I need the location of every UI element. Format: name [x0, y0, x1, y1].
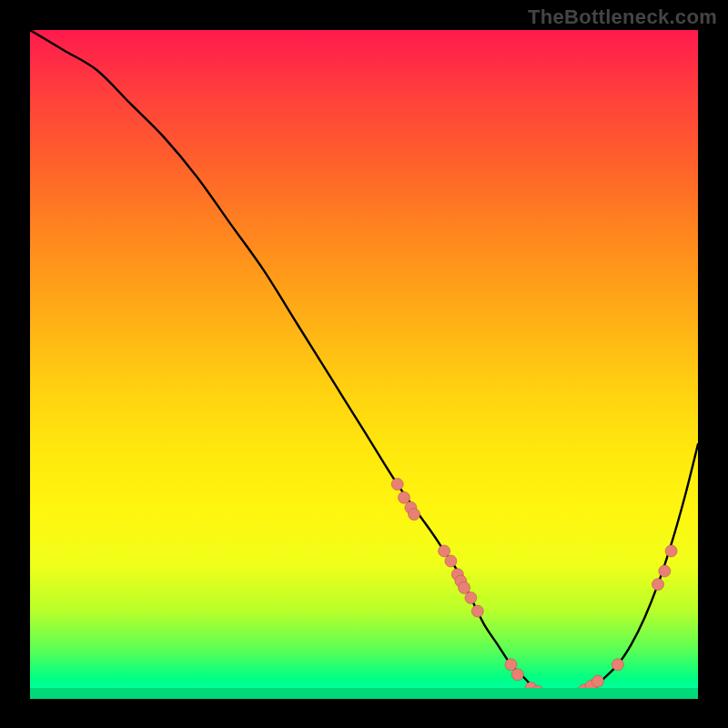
- curve-marker: [409, 509, 420, 521]
- curve-marker: [652, 579, 664, 591]
- watermark-label: TheBottleneck.com: [528, 5, 717, 29]
- curve-marker: [471, 605, 483, 617]
- curve-svg: [30, 30, 698, 698]
- curve-marker: [592, 675, 603, 687]
- curve-marker: [459, 581, 470, 593]
- curve-marker: [465, 592, 477, 603]
- curve-marker: [511, 669, 523, 681]
- curve-marker: [505, 659, 517, 671]
- bottleneck-curve: [30, 30, 698, 698]
- curve-markers: [391, 479, 677, 698]
- bottom-band: [30, 688, 698, 699]
- curve-marker: [445, 555, 457, 567]
- curve-marker: [439, 545, 450, 557]
- curve-marker: [665, 545, 677, 557]
- plot-area: [30, 30, 698, 698]
- chart-container: TheBottleneck.com: [0, 0, 728, 728]
- curve-marker: [612, 659, 623, 671]
- curve-marker: [659, 565, 671, 577]
- curve-marker: [399, 491, 410, 503]
- curve-marker: [391, 479, 403, 490]
